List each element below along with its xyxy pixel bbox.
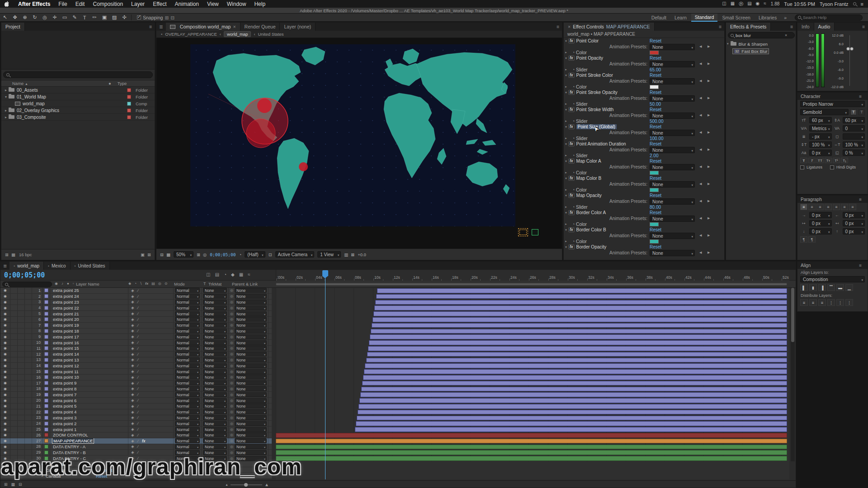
quality-toggle[interactable]: ∕	[138, 427, 138, 432]
slider-value[interactable]: 65.00	[650, 67, 661, 72]
solo-toggle[interactable]	[18, 444, 25, 450]
panel-lock-icon[interactable]: ≣	[0, 262, 9, 270]
solo-toggle[interactable]	[18, 300, 25, 305]
layer-color-chip[interactable]	[44, 288, 48, 292]
eraser-tool[interactable]: ▨	[109, 14, 119, 20]
twirl-down-icon[interactable]: ▾	[564, 245, 568, 249]
menu-effect[interactable]: Effect	[149, 1, 170, 7]
parent-dropdown[interactable]: None	[235, 421, 267, 426]
reset-link[interactable]: Reset	[650, 38, 661, 43]
next-preset-icon[interactable]: ▶	[708, 62, 710, 66]
color-swatch[interactable]	[650, 222, 659, 226]
menu-edit[interactable]: Edit	[71, 1, 89, 7]
effect-name[interactable]: Point Stroke Opacity	[576, 90, 618, 95]
fx-badge[interactable]: fx	[568, 210, 575, 215]
next-preset-icon[interactable]: ▶	[708, 96, 710, 100]
solo-toggle[interactable]	[18, 352, 25, 357]
snapping-checkbox[interactable]	[137, 15, 141, 19]
visibility-toggle[interactable]: ◉	[0, 300, 10, 305]
solo-toggle[interactable]	[18, 317, 25, 322]
layer-row-11[interactable]: ◉11extra point 15◈∕NormalNone◎None	[0, 346, 272, 352]
solo-toggle[interactable]	[18, 305, 25, 310]
capture-icon[interactable]: Ⓗ	[739, 1, 743, 7]
trkmat-dropdown[interactable]: None	[203, 288, 227, 293]
audio-toggle[interactable]	[10, 404, 18, 409]
stopwatch-icon[interactable]: ◔	[571, 205, 576, 209]
layer-row-2[interactable]: ◉2extra point 24◈∕NormalNone◎None	[0, 294, 272, 300]
visibility-toggle[interactable]: ◉	[0, 294, 10, 299]
parent-dropdown[interactable]: None	[235, 352, 267, 357]
quality-toggle[interactable]: ∕	[138, 392, 138, 397]
quality-toggle[interactable]: ∕	[138, 288, 138, 293]
column-trkmat[interactable]: TrkMat	[208, 282, 222, 286]
composition-viewer[interactable]	[156, 38, 562, 249]
previous-preset-icon[interactable]: ◀	[699, 234, 702, 237]
twirl-down-icon[interactable]: ▾	[564, 39, 568, 43]
layer-row-24[interactable]: ◉24extra point 2◈∕NormalNone◎None	[0, 421, 272, 427]
solo-toggle[interactable]	[18, 328, 25, 334]
pickwhip-icon[interactable]: ◎	[230, 404, 233, 408]
layer-color-chip[interactable]	[44, 329, 48, 333]
quality-toggle[interactable]: ∕	[138, 439, 138, 443]
solo-toggle[interactable]	[18, 438, 25, 444]
layer-row-7[interactable]: ◉7extra point 19◈∕NormalNone◎None	[0, 323, 272, 328]
layer-color-chip[interactable]	[44, 352, 48, 356]
pickwhip-icon[interactable]: ◎	[230, 300, 233, 304]
lock-toggle[interactable]	[25, 398, 32, 403]
layer-color-chip[interactable]	[44, 323, 48, 327]
audio-toggle[interactable]	[10, 323, 18, 328]
effect-name[interactable]: Point Opacity	[576, 56, 603, 61]
solo-toggle[interactable]	[18, 398, 25, 403]
grid-guides-icon[interactable]: ⊞	[197, 252, 200, 257]
menu-animation[interactable]: Animation	[171, 1, 203, 7]
solo-toggle[interactable]	[18, 375, 25, 380]
solo-toggle[interactable]	[18, 380, 25, 386]
faux-bold-button[interactable]: T	[800, 158, 807, 163]
layer-color-chip[interactable]	[44, 294, 48, 298]
audio-toggle[interactable]	[10, 375, 18, 380]
stopwatch-icon[interactable]: ◔	[571, 239, 576, 244]
paragraph-field[interactable]: 0 px	[843, 220, 865, 226]
text-direction-rtl-button[interactable]: ¶	[808, 236, 816, 243]
shy-toggle[interactable]: ◈	[131, 386, 134, 391]
clone-stamp-tool[interactable]: ▣	[99, 14, 109, 20]
breadcrumb-united-states[interactable]: United States	[258, 32, 284, 37]
visibility-toggle[interactable]: ◉	[0, 369, 10, 374]
superscript-button[interactable]: T¹	[833, 158, 840, 163]
layer-row-15[interactable]: ◉15extra point 11◈∕NormalNone◎None	[0, 369, 272, 375]
pickwhip-icon[interactable]: ◎	[230, 445, 233, 449]
layer-bar-24[interactable]	[356, 421, 787, 426]
next-preset-icon[interactable]: ▶	[708, 251, 710, 254]
audio-toggle[interactable]	[10, 328, 18, 334]
quality-toggle[interactable]: ∕	[138, 305, 138, 310]
lock-toggle[interactable]	[25, 421, 32, 426]
mode-dropdown[interactable]: Normal	[175, 328, 200, 333]
quality-toggle[interactable]: ∕	[138, 300, 138, 304]
solo-toggle[interactable]	[18, 288, 25, 293]
twirl-right-icon[interactable]: ▸	[564, 102, 568, 106]
layer-name[interactable]: extra point 19	[50, 323, 128, 328]
fx-badge[interactable]: fx	[568, 107, 575, 112]
tab-composition[interactable]: Composition world_map ×	[166, 23, 241, 31]
snap-option2-icon[interactable]: ⊟	[170, 15, 175, 20]
quality-icon[interactable]: ∖	[140, 282, 142, 286]
workspace-small-screen[interactable]: Small Screen	[718, 14, 754, 21]
paragraph-field[interactable]: 0 px	[809, 220, 832, 226]
trkmat-dropdown[interactable]: None	[203, 357, 227, 362]
layer-bar-6[interactable]	[373, 317, 787, 322]
parent-dropdown[interactable]: None	[235, 328, 267, 333]
new-folder-icon[interactable]: ▦	[11, 252, 15, 257]
visibility-toggle[interactable]: ◉	[0, 346, 10, 351]
parent-dropdown[interactable]: None	[235, 311, 267, 316]
zoom-in-mountain-icon[interactable]: ▲	[264, 482, 269, 487]
pickwhip-icon[interactable]: ◎	[230, 346, 233, 350]
layer-bar-11[interactable]	[368, 346, 787, 351]
shy-toggle[interactable]: ◈	[131, 340, 134, 345]
rotate-tool[interactable]: ↻	[30, 14, 40, 20]
layer-row-6[interactable]: ◉6extra point 20◈∕NormalNone◎None	[0, 317, 272, 323]
visibility-toggle[interactable]: ◉	[0, 409, 10, 415]
label-color-chip[interactable]	[127, 88, 131, 92]
quality-toggle[interactable]: ∕	[138, 381, 138, 385]
effects-search-box[interactable]: ×	[728, 32, 795, 38]
mode-dropdown[interactable]: Normal	[175, 317, 200, 322]
